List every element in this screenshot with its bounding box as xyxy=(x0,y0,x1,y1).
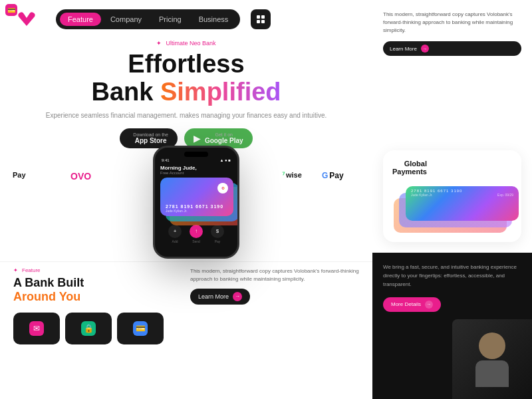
person-silhouette xyxy=(452,319,532,399)
phone-notch xyxy=(184,152,208,157)
learn-more-button[interactable]: Learn More → xyxy=(190,289,250,305)
person-head xyxy=(479,332,505,359)
ovo-logo: OVO xyxy=(70,171,110,182)
right-learn-more-button[interactable]: Learn More → xyxy=(383,41,521,56)
preview-card-name: Jude Kylian Jr. xyxy=(411,193,433,197)
thumb-icon-3: 💳 xyxy=(133,321,148,336)
logo-icon xyxy=(16,10,37,29)
card-number: 2781 8191 6671 3190 xyxy=(166,204,228,209)
feature-star-icon: ✦ xyxy=(13,267,18,273)
card-preview-box: 💳 GlobalPayments 2781 8191 6671 3190 Jud… xyxy=(383,150,521,242)
right-top-section: This modern, straightforward copy captur… xyxy=(372,0,532,253)
hero-tag: ✦ Ultimate Neo Bank xyxy=(13,40,359,47)
hero-section: ✦ Ultimate Neo Bank Effortless Bank Simp… xyxy=(0,40,372,148)
grid-icon xyxy=(257,15,265,23)
thumb-3: 💳 xyxy=(117,313,164,344)
wise-logo: ⁷wise xyxy=(282,171,322,180)
thumb-2: 🔒 xyxy=(65,313,112,344)
thumb-1: ✉ xyxy=(13,313,60,344)
more-details-arrow-icon: → xyxy=(425,301,433,309)
phone-cards: 2781 8191 6671 3190 Jude Kylian Jr. xyxy=(160,178,232,221)
right-top-description: This modern, straightforward copy captur… xyxy=(383,11,521,35)
phone-mockup: 9:41 ▲ ● ■ Morning Jude, Free Account xyxy=(153,146,239,259)
phone-action-send[interactable]: ↑ Send xyxy=(190,225,203,243)
card-brand-logo xyxy=(217,183,228,194)
navigation: Feature Company Pricing Business xyxy=(0,0,372,39)
learn-more-arrow: → xyxy=(233,292,242,301)
card-holder-name: Jude Kylian Jr. xyxy=(166,209,228,213)
bottom-thumbnails: ✉ 🔒 💳 xyxy=(0,313,372,344)
grid-button[interactable] xyxy=(251,9,271,29)
person-body xyxy=(475,360,509,387)
bottom-title: A Bank Built Around You xyxy=(13,276,182,305)
bottom-left: ✦ Feature A Bank Built Around You xyxy=(13,267,182,305)
nav-feature[interactable]: Feature xyxy=(60,13,101,26)
global-payments-label: GlobalPayments xyxy=(392,160,427,176)
hero-title: Effortless Bank Simplified xyxy=(13,51,359,106)
hero-tag-label: Ultimate Neo Bank xyxy=(166,40,215,47)
left-panel: Feature Company Pricing Business ✦ Ultim… xyxy=(0,0,372,399)
preview-card-front: 2781 8191 6671 3190 Jude Kylian Jr. Exp.… xyxy=(406,186,519,221)
hero-subtitle: Experience seamless financial management… xyxy=(13,110,359,120)
bottom-description: This modern, straightforward copy captur… xyxy=(190,267,359,283)
thumb-icon-1: ✉ xyxy=(29,321,44,336)
more-details-button[interactable]: More Details → xyxy=(383,297,441,312)
nav-links: Feature Company Pricing Business xyxy=(56,9,240,29)
right-arrow-icon: → xyxy=(421,45,429,53)
thumb-icon-2: 🔒 xyxy=(81,321,96,336)
phone-greeting: Morning Jude, xyxy=(160,165,232,171)
feature-badge: ✦ Feature xyxy=(13,267,182,273)
person-image xyxy=(452,319,532,399)
phone-action-add[interactable]: + Add xyxy=(168,225,182,243)
phone-action-pay[interactable]: $ Pay xyxy=(211,225,224,243)
star-icon: ✦ xyxy=(156,40,162,47)
bottom-right: This modern, straightforward copy captur… xyxy=(182,267,359,305)
preview-card-expiry: Exp. 09/29 xyxy=(497,193,513,197)
phone-content: Morning Jude, Free Account xyxy=(155,164,237,245)
card-front: 2781 8191 6671 3190 Jude Kylian Jr. xyxy=(160,178,233,216)
right-panel: This modern, straightforward copy captur… xyxy=(372,0,532,399)
person-face xyxy=(472,332,512,386)
apple-pay-logo: Pay xyxy=(11,171,70,179)
phone-account: Free Account xyxy=(160,171,232,175)
nav-pricing[interactable]: Pricing xyxy=(151,13,190,26)
gpay-logo: G Pay xyxy=(322,171,362,180)
phone-actions: + Add ↑ Send $ Pay xyxy=(160,225,232,243)
right-bottom-section: We bring a fast, secure, and intuitive b… xyxy=(372,253,532,399)
card-stack-preview: 2781 8191 6671 3190 Jude Kylian Jr. Exp.… xyxy=(392,186,512,233)
nav-business[interactable]: Business xyxy=(191,13,237,26)
nav-company[interactable]: Company xyxy=(102,13,150,26)
play-icon: ▶ xyxy=(194,133,201,144)
bottom-feature-section: ✦ Feature A Bank Built Around You This m… xyxy=(0,261,372,310)
right-bottom-description: We bring a fast, secure, and intuitive b… xyxy=(383,263,521,289)
